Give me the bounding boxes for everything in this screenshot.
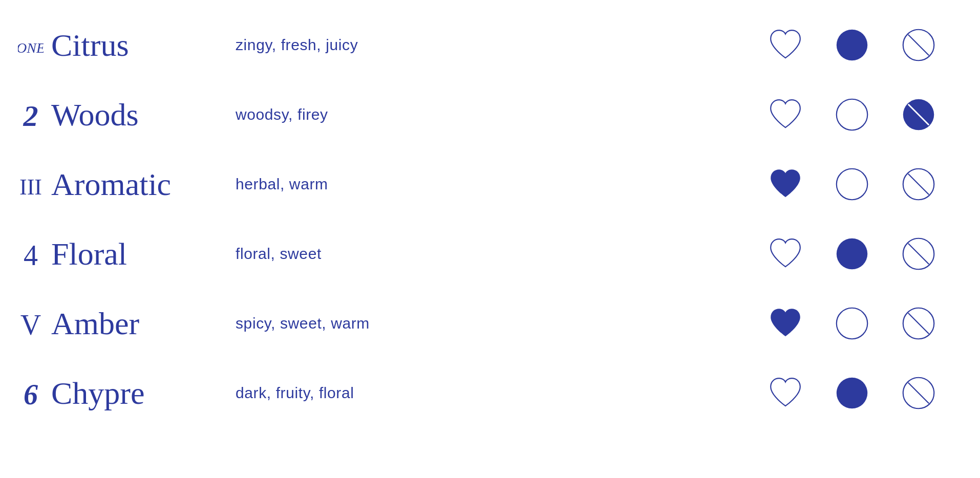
slash-button-woods[interactable]	[898, 94, 939, 135]
fragrance-name-citrus: Citrus	[51, 28, 129, 62]
svg-point-1	[837, 30, 867, 60]
name-col-aromatic: Aromatic	[51, 167, 205, 202]
circle-button-aromatic[interactable]	[832, 164, 872, 205]
svg-point-21	[837, 378, 867, 408]
svg-line-23	[908, 383, 929, 403]
icons-col-floral	[765, 233, 939, 274]
svg-text:6: 6	[24, 379, 38, 408]
numeral-woods: 2	[10, 99, 51, 130]
fragrance-name-chypre: Chypre	[51, 376, 145, 410]
desc-col-floral: floral, sweet	[205, 245, 765, 263]
fragrance-name-floral: Floral	[51, 236, 127, 271]
svg-point-17	[837, 308, 867, 339]
row-amber: V Amberspicy, sweet, warm	[10, 289, 970, 358]
desc-col-aromatic: herbal, warm	[205, 176, 765, 193]
circle-button-citrus[interactable]	[832, 25, 872, 66]
icons-col-citrus	[765, 25, 939, 66]
svg-line-3	[908, 35, 929, 55]
fragrance-desc-woods: woodsy, firey	[236, 106, 328, 123]
name-col-floral: Floral	[51, 236, 205, 271]
fragrance-name-aromatic: Aromatic	[51, 167, 171, 202]
circle-button-floral[interactable]	[832, 233, 872, 274]
name-col-citrus: Citrus	[51, 28, 205, 62]
svg-point-5	[837, 99, 867, 130]
circle-button-chypre[interactable]	[832, 373, 872, 414]
fragrance-desc-amber: spicy, sweet, warm	[236, 315, 370, 332]
numeral-amber: V	[10, 308, 51, 339]
heart-button-floral[interactable]	[765, 233, 806, 274]
desc-col-chypre: dark, fruity, floral	[205, 384, 765, 402]
fragrance-name-woods: Woods	[51, 97, 139, 132]
row-aromatic: III Aromaticherbal, warm	[10, 149, 970, 219]
row-floral: 4 Floralfloral, sweet	[10, 219, 970, 289]
slash-button-citrus[interactable]	[898, 25, 939, 66]
icons-col-woods	[765, 94, 939, 135]
numeral-citrus: ONE	[10, 32, 51, 58]
numeral-aromatic: III	[10, 169, 51, 200]
fragrance-desc-chypre: dark, fruity, floral	[236, 384, 354, 401]
svg-line-19	[908, 313, 929, 334]
slash-button-chypre[interactable]	[898, 373, 939, 414]
desc-col-amber: spicy, sweet, warm	[205, 315, 765, 332]
svg-text:2: 2	[23, 99, 38, 130]
icons-col-chypre	[765, 373, 939, 414]
slash-button-aromatic[interactable]	[898, 164, 939, 205]
heart-button-citrus[interactable]	[765, 25, 806, 66]
circle-button-woods[interactable]	[832, 94, 872, 135]
heart-button-amber[interactable]	[765, 303, 806, 344]
row-chypre: 6 Chypredark, fruity, floral	[10, 358, 970, 428]
name-col-amber: Amber	[51, 306, 205, 341]
numeral-chypre: 6	[10, 378, 51, 408]
circle-button-amber[interactable]	[832, 303, 872, 344]
row-woods: 2 Woodswoodsy, firey	[10, 80, 970, 149]
heart-button-aromatic[interactable]	[765, 164, 806, 205]
heart-button-woods[interactable]	[765, 94, 806, 135]
svg-text:ONE: ONE	[18, 40, 44, 56]
desc-col-citrus: zingy, fresh, juicy	[205, 36, 765, 54]
fragrance-table: ONE Citruszingy, fresh, juicy 2 Woodswoo…	[0, 0, 980, 438]
name-col-chypre: Chypre	[51, 376, 205, 410]
icons-col-amber	[765, 303, 939, 344]
heart-button-chypre[interactable]	[765, 373, 806, 414]
svg-point-13	[837, 238, 867, 269]
slash-button-floral[interactable]	[898, 233, 939, 274]
numeral-floral: 4	[10, 238, 51, 269]
svg-line-15	[908, 244, 929, 264]
svg-text:4: 4	[24, 240, 38, 269]
row-citrus: ONE Citruszingy, fresh, juicy	[10, 10, 970, 80]
desc-col-woods: woodsy, firey	[205, 106, 765, 123]
fragrance-desc-floral: floral, sweet	[236, 245, 322, 262]
svg-point-9	[837, 169, 867, 200]
icons-col-aromatic	[765, 164, 939, 205]
fragrance-desc-citrus: zingy, fresh, juicy	[236, 36, 358, 53]
fragrance-desc-aromatic: herbal, warm	[236, 176, 328, 192]
fragrance-name-amber: Amber	[51, 306, 139, 341]
svg-text:III: III	[19, 175, 42, 200]
slash-button-amber[interactable]	[898, 303, 939, 344]
svg-text:V: V	[20, 309, 41, 339]
svg-line-11	[908, 174, 929, 194]
name-col-woods: Woods	[51, 97, 205, 132]
